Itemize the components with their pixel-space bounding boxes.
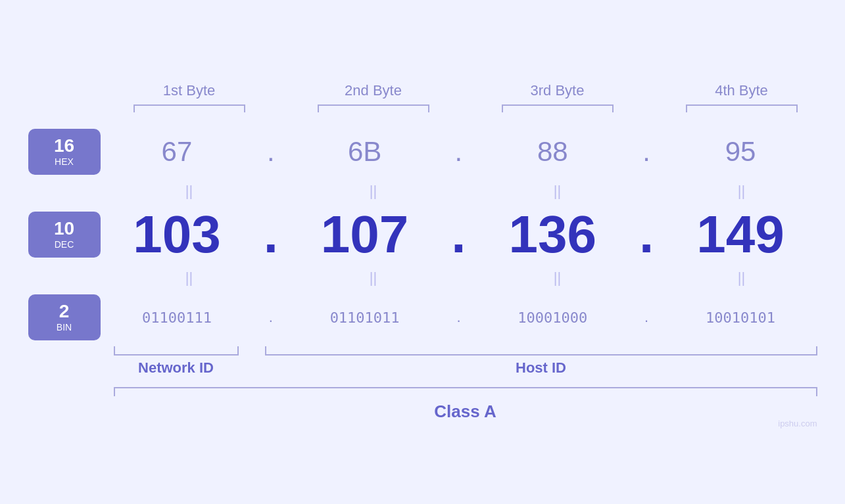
hex-values: 67 . 6B . 88 . 95 (101, 136, 817, 168)
bin-byte3: 10001000 (480, 309, 625, 326)
host-id-bracket (265, 346, 817, 355)
top-bracket-2 (301, 104, 446, 112)
dec-byte3: 136 (480, 204, 625, 265)
equals-cell-3: || (485, 183, 630, 200)
hex-badge: 16 HEX (28, 129, 101, 175)
hex-data-row: 16 HEX 67 . 6B . 88 . 95 (28, 126, 817, 178)
bracket-top-1 (133, 104, 245, 112)
network-id-label: Network ID (114, 359, 239, 377)
hex-dot3: . (633, 136, 660, 168)
bin-dot2: . (445, 309, 471, 326)
bin-data-row: 2 BIN 01100111 . 01101011 . 10001000 . (28, 291, 817, 344)
bin-base-num: 2 (59, 302, 70, 321)
bin-byte4: 10010101 (668, 309, 813, 326)
top-bracket-1 (117, 104, 262, 112)
dec-byte2: 107 (293, 204, 437, 265)
byte2-header: 2nd Byte (301, 82, 446, 99)
equals-row-2: || || || || (114, 265, 817, 291)
equals-cell-4: || (669, 183, 814, 200)
dec-badge: 10 DEC (28, 212, 101, 258)
byte3-header: 3rd Byte (485, 82, 630, 99)
byte-headers-row: 1st Byte 2nd Byte 3rd Byte 4th Byte (114, 82, 817, 99)
class-label: Class A (114, 401, 817, 422)
hex-byte4: 95 (668, 136, 813, 168)
equals-section-1: || || || || (114, 183, 817, 200)
hex-dot2: . (445, 136, 471, 168)
bracket-top-2 (318, 104, 429, 112)
bin-dot3: . (633, 309, 660, 326)
bottom-brackets-row (114, 346, 817, 355)
dec-base-label: DEC (55, 239, 74, 250)
watermark: ipshu.com (778, 419, 817, 428)
equals-cell-2: || (301, 183, 446, 200)
hex-byte2: 6B (293, 136, 437, 168)
equals-section-2: || || || || (114, 269, 817, 286)
hex-byte3: 88 (480, 136, 625, 168)
bracket-top-4 (686, 104, 798, 112)
bin-byte1: 01100111 (105, 309, 249, 326)
equals-row-1: || || || || (114, 178, 817, 204)
top-brackets-row (114, 104, 817, 112)
equals-cell-5: || (117, 269, 262, 286)
top-bracket-4 (669, 104, 814, 112)
dec-data-row: 10 DEC 103 . 107 . 136 . 149 (28, 204, 817, 265)
dec-byte1: 103 (105, 204, 249, 265)
bracket-top-3 (502, 104, 614, 112)
equals-cell-8: || (669, 269, 814, 286)
class-bracket (114, 387, 817, 396)
top-bracket-3 (485, 104, 630, 112)
hex-base-label: HEX (55, 156, 74, 167)
dec-dot2: . (445, 204, 471, 265)
bin-dot1: . (258, 309, 284, 326)
network-id-bracket (114, 346, 239, 355)
equals-cell-1: || (117, 183, 262, 200)
dec-dot3: . (633, 204, 660, 265)
equals-cell-7: || (485, 269, 630, 286)
dec-base-num: 10 (54, 219, 74, 238)
hex-base-num: 16 (54, 137, 74, 155)
hex-dot1: . (258, 136, 284, 168)
id-labels-row: Network ID Host ID (114, 359, 817, 377)
byte4-header: 4th Byte (669, 82, 814, 99)
host-id-label: Host ID (265, 359, 817, 377)
bin-byte2: 01101011 (293, 309, 437, 326)
dec-values: 103 . 107 . 136 . 149 (101, 204, 817, 265)
bin-values: 01100111 . 01101011 . 10001000 . 1001010… (101, 309, 817, 326)
main-container: 1st Byte 2nd Byte 3rd Byte 4th Byte 16 H… (28, 82, 817, 422)
equals-cell-6: || (301, 269, 446, 286)
dec-dot1: . (258, 204, 284, 265)
byte1-header: 1st Byte (117, 82, 262, 99)
bin-base-label: BIN (57, 322, 72, 332)
hex-byte1: 67 (105, 136, 249, 168)
class-section: Class A (114, 387, 817, 422)
dec-byte4: 149 (668, 204, 813, 265)
bin-badge: 2 BIN (28, 294, 101, 340)
